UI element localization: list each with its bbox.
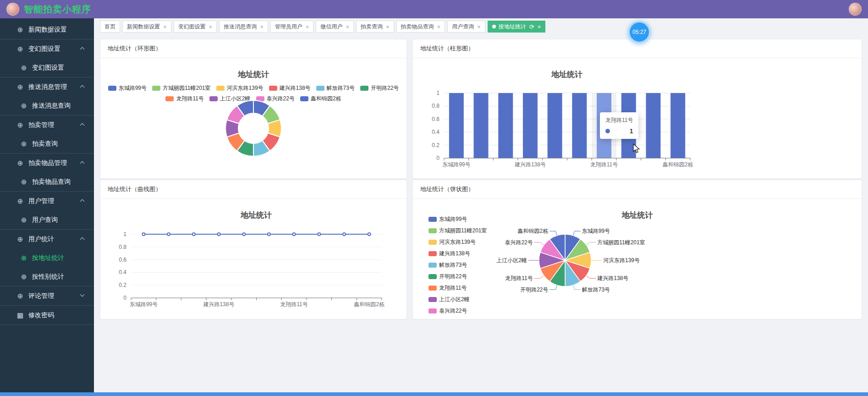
sidebar-item[interactable]: ⊕新闻数据设置 [0, 20, 94, 39]
sidebar-section: ⊕评论管理 [0, 286, 94, 306]
tab[interactable]: 新闻数据设置× [122, 21, 171, 33]
tab-label: 新闻数据设置 [127, 23, 160, 31]
sidebar-item-label: 变幻图设置 [32, 64, 64, 72]
countdown-timer[interactable]: 05:27 [628, 21, 651, 44]
axis-label: 鑫和锦园2栋 [354, 301, 385, 308]
sidebar-item[interactable]: ⊕拍卖查询 [0, 134, 94, 153]
close-icon[interactable]: × [477, 24, 481, 30]
sidebar-item[interactable]: ⊕按性别统计 [0, 267, 94, 286]
tab-label: 首页 [104, 23, 115, 31]
sidebar-item-label: 拍卖查询 [32, 140, 58, 148]
data-point[interactable] [192, 233, 195, 236]
close-icon[interactable]: × [538, 24, 541, 30]
label-line [534, 276, 544, 279]
sidebar: ⊕新闻数据设置⊕变幻图设置⊕变幻图设置⊕推送消息管理⊕推送消息查询⊕拍卖管理⊕拍… [0, 18, 94, 396]
chevron-up-icon [80, 85, 85, 90]
data-point[interactable] [268, 233, 270, 236]
sidebar-item[interactable]: ⊕按地址统计 [0, 248, 94, 267]
sidebar-group[interactable]: ⊕拍卖管理 [0, 116, 94, 134]
sidebar-section: ⊕推送消息管理⊕推送消息查询 [0, 77, 94, 116]
user-avatar[interactable] [849, 3, 862, 16]
tab[interactable]: 拍卖物品查询× [396, 21, 445, 33]
pie-label: 开明路22号 [520, 286, 548, 293]
close-icon[interactable]: × [306, 24, 309, 30]
data-point[interactable] [368, 233, 371, 236]
axis-label: 龙翔路11号 [590, 161, 618, 168]
sidebar-section: ▦修改密码 [0, 306, 94, 325]
panel-line-body: 地址统计 00.20.40.60.81东城路99号建兴路138号龙翔路11号鑫和… [100, 199, 407, 319]
tab[interactable]: 变幻图设置× [174, 21, 217, 33]
data-point[interactable] [167, 233, 170, 236]
sidebar-group[interactable]: ⊕评论管理 [0, 286, 94, 305]
sidebar-item[interactable]: ⊕推送消息查询 [0, 96, 94, 115]
bar[interactable] [548, 93, 562, 158]
tab-label: 按地址统计 [499, 23, 526, 31]
panel-pie-title: 地址统计（饼状图） [413, 180, 862, 199]
close-icon[interactable]: × [209, 24, 213, 30]
bar[interactable] [572, 93, 587, 158]
data-point[interactable] [217, 233, 220, 236]
globe-icon: ⊕ [16, 83, 24, 91]
tooltip-series-dot [605, 129, 610, 133]
axis-label: 0.4 [119, 269, 126, 275]
tab[interactable]: 首页 [100, 21, 120, 33]
tab[interactable]: 微信用户× [316, 21, 354, 33]
axis-label: 东城路99号 [442, 161, 470, 168]
bar[interactable] [523, 93, 538, 158]
panel-bar: 地址统计（柱形图） 地址统计 00.20.40.60.81东城路99号建兴路13… [412, 39, 862, 179]
bar[interactable] [670, 93, 685, 158]
data-point[interactable] [242, 233, 245, 236]
tab[interactable]: 用户查询× [447, 21, 485, 33]
close-icon[interactable]: × [260, 24, 264, 30]
tab-label: 管理员用户 [275, 23, 302, 31]
tab-active[interactable]: 按地址统计⟳× [488, 21, 546, 33]
app-title: 智能拍卖小程序 [24, 3, 91, 16]
bar[interactable] [449, 93, 464, 158]
app-logo-avatar [6, 3, 19, 16]
pie-chart: 东城路99号方城丽园11幢201室河滨东路139号建兴路138号解放路73号开明… [413, 199, 860, 319]
panel-pie: 地址统计（饼状图） 地址统计 东城路99号方城丽园11幢201室河滨东路139号… [412, 180, 862, 319]
bar[interactable] [646, 93, 660, 158]
globe-icon: ⊕ [16, 45, 24, 53]
horizontal-scrollbar[interactable] [0, 392, 868, 396]
data-point[interactable] [318, 233, 320, 236]
tab[interactable]: 管理员用户× [270, 21, 314, 33]
close-icon[interactable]: × [163, 24, 167, 30]
label-line [573, 231, 581, 236]
sidebar-group[interactable]: ⊕变幻图设置 [0, 39, 94, 58]
panel-bar-body: 地址统计 00.20.40.60.81东城路99号建兴路138号龙翔路11号鑫和… [413, 58, 862, 179]
tab[interactable]: 拍卖查询× [356, 21, 394, 33]
sidebar-group[interactable]: ⊕拍卖物品管理 [0, 154, 94, 172]
sidebar-item-label: 推送消息查询 [32, 102, 71, 110]
donut-chart [100, 58, 407, 179]
close-icon[interactable]: × [346, 24, 349, 30]
close-icon[interactable]: × [437, 24, 441, 30]
sidebar-item-label: 评论管理 [28, 292, 54, 300]
chart-tooltip: 龙翔路11号 1 [600, 112, 638, 139]
sidebar-item-label: 拍卖物品管理 [28, 159, 67, 167]
sidebar-item-label: 推送消息管理 [28, 83, 67, 91]
sidebar-section: ⊕用户管理⊕用户查询 [0, 192, 94, 230]
sidebar-section: ⊕用户统计⊕按地址统计⊕按性别统计 [0, 230, 94, 286]
axis-label: 龙翔路11号 [280, 301, 308, 308]
sidebar-group[interactable]: ⊕用户统计 [0, 230, 94, 248]
axis-label: 建兴路138号 [203, 301, 234, 308]
data-point[interactable] [142, 233, 145, 236]
tab[interactable]: 推送消息查询× [219, 21, 268, 33]
sidebar-item[interactable]: ⊕用户查询 [0, 210, 94, 229]
bar[interactable] [474, 93, 489, 158]
data-point[interactable] [293, 233, 296, 236]
sidebar-group[interactable]: ⊕用户管理 [0, 192, 94, 210]
sidebar-section: ⊕拍卖物品管理⊕拍卖物品查询 [0, 154, 94, 192]
sidebar-item[interactable]: ⊕拍卖物品查询 [0, 172, 94, 191]
pie-label: 方城丽园11幢201室 [597, 239, 645, 246]
close-icon[interactable]: × [386, 24, 390, 30]
refresh-icon[interactable]: ⟳ [529, 24, 534, 30]
data-point[interactable] [343, 233, 346, 236]
sidebar-group[interactable]: ⊕推送消息管理 [0, 77, 94, 96]
sidebar-item[interactable]: ⊕变幻图设置 [0, 58, 94, 77]
globe-icon: ⊕ [20, 273, 27, 281]
tab-label: 用户查询 [452, 23, 474, 31]
bar[interactable] [498, 93, 513, 158]
sidebar-item[interactable]: ▦修改密码 [0, 306, 94, 324]
